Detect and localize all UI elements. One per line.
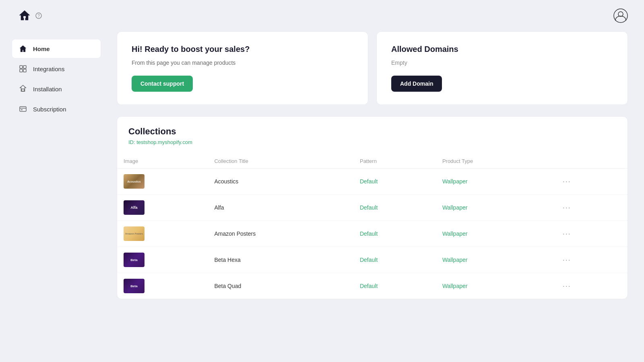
cell-product-type: Wallpaper	[436, 247, 553, 273]
cell-more: ···	[553, 221, 627, 247]
collections-shop-id: ID: testshop.myshopify.com	[128, 139, 616, 145]
svg-rect-1	[23, 16, 26, 18]
welcome-subtitle: From this page you can manage products	[132, 60, 353, 66]
cell-more: ···	[553, 273, 627, 299]
user-icon[interactable]	[613, 8, 628, 23]
table-row: Amazon Posters Amazon Posters Default Wa…	[117, 221, 627, 247]
cell-pattern: Default	[353, 221, 436, 247]
cell-pattern: Default	[353, 273, 436, 299]
collection-image-beta-quad: Beta	[124, 279, 144, 293]
welcome-card: Hi! Ready to boost your sales? From this…	[117, 31, 368, 105]
col-actions	[553, 154, 627, 169]
collections-header: Collections ID: testshop.myshopify.com	[117, 117, 627, 154]
col-pattern: Pattern	[353, 154, 436, 169]
top-header: ?	[0, 0, 644, 31]
svg-rect-10	[22, 89, 24, 91]
cell-title: Beta Quad	[208, 273, 353, 299]
cell-more: ···	[553, 169, 627, 195]
svg-text:?: ?	[37, 14, 40, 18]
row-more-button[interactable]: ···	[559, 254, 574, 266]
cell-title: Amazon Posters	[208, 221, 353, 247]
sidebar-label-integrations: Integrations	[33, 66, 64, 72]
col-image: Image	[117, 154, 208, 169]
sidebar-label-subscription: Subscription	[33, 106, 66, 113]
cell-product-type: Wallpaper	[436, 169, 553, 195]
svg-point-4	[614, 9, 627, 23]
svg-rect-9	[23, 69, 26, 72]
sidebar-item-installation[interactable]: Installation	[12, 80, 101, 98]
sidebar-label-installation: Installation	[33, 86, 62, 93]
svg-rect-11	[20, 107, 26, 111]
subscription-icon	[19, 105, 27, 113]
cell-image: Acoustics	[117, 169, 208, 195]
home-icon	[19, 44, 27, 53]
cell-title: Beta Hexa	[208, 247, 353, 273]
cell-image: Beta	[117, 273, 208, 299]
sidebar: Home Integrations Installati	[0, 31, 113, 299]
integrations-icon	[19, 64, 27, 73]
row-more-button[interactable]: ···	[559, 228, 574, 240]
add-domain-button[interactable]: Add Domain	[391, 76, 442, 92]
sidebar-label-home: Home	[33, 45, 50, 52]
cell-product-type: Wallpaper	[436, 221, 553, 247]
svg-rect-6	[20, 66, 23, 68]
svg-rect-7	[23, 66, 26, 68]
row-more-button[interactable]: ···	[559, 202, 574, 214]
installation-icon	[19, 84, 27, 93]
domains-title: Allowed Domains	[391, 45, 613, 54]
table-row: Beta Beta Hexa Default Wallpaper ···	[117, 247, 627, 273]
table-row: Acoustics Acoustics Default Wallpaper ··…	[117, 169, 627, 195]
col-title: Collection Title	[208, 154, 353, 169]
collections-title: Collections	[128, 126, 616, 137]
cell-title: Alfa	[208, 195, 353, 221]
main-layout: Home Integrations Installati	[0, 31, 644, 315]
domains-card: Allowed Domains Empty Add Domain	[376, 31, 628, 105]
cell-title: Acoustics	[208, 169, 353, 195]
main-content: Hi! Ready to boost your sales? From this…	[113, 31, 644, 299]
logo-area: ?	[16, 7, 42, 24]
cell-pattern: Default	[353, 247, 436, 273]
table-row: Beta Beta Quad Default Wallpaper ···	[117, 273, 627, 299]
col-product-type: Product Type	[436, 154, 553, 169]
collections-section: Collections ID: testshop.myshopify.com I…	[117, 116, 628, 299]
cell-image: Beta	[117, 247, 208, 273]
cell-more: ···	[553, 195, 627, 221]
row-more-button[interactable]: ···	[559, 176, 574, 187]
table-row: Alfa Alfa Default Wallpaper ···	[117, 195, 627, 221]
collection-image-beta-hexa: Beta	[124, 253, 144, 267]
domains-empty: Empty	[391, 60, 613, 66]
cell-image: Alfa	[117, 195, 208, 221]
help-icon[interactable]: ?	[35, 12, 42, 19]
sidebar-item-home[interactable]: Home	[12, 39, 101, 58]
collection-image-amazon: Amazon Posters	[124, 226, 144, 241]
svg-point-5	[618, 12, 623, 16]
cell-image: Amazon Posters	[117, 221, 208, 247]
sidebar-item-integrations[interactable]: Integrations	[12, 60, 101, 78]
welcome-title: Hi! Ready to boost your sales?	[132, 45, 353, 54]
svg-rect-8	[20, 69, 23, 72]
collection-image-alfa: Alfa	[124, 200, 144, 215]
collections-table: Image Collection Title Pattern Product T…	[117, 154, 627, 299]
logo-icon	[16, 7, 33, 24]
cell-product-type: Wallpaper	[436, 273, 553, 299]
table-header-row: Image Collection Title Pattern Product T…	[117, 154, 627, 169]
cell-pattern: Default	[353, 169, 436, 195]
cell-product-type: Wallpaper	[436, 195, 553, 221]
cell-pattern: Default	[353, 195, 436, 221]
collection-image-acoustics: Acoustics	[124, 174, 144, 189]
svg-rect-12	[21, 109, 23, 110]
contact-support-button[interactable]: Contact support	[132, 76, 193, 92]
sidebar-item-subscription[interactable]: Subscription	[12, 100, 101, 118]
row-more-button[interactable]: ···	[559, 280, 574, 292]
card-row: Hi! Ready to boost your sales? From this…	[117, 31, 628, 105]
cell-more: ···	[553, 247, 627, 273]
